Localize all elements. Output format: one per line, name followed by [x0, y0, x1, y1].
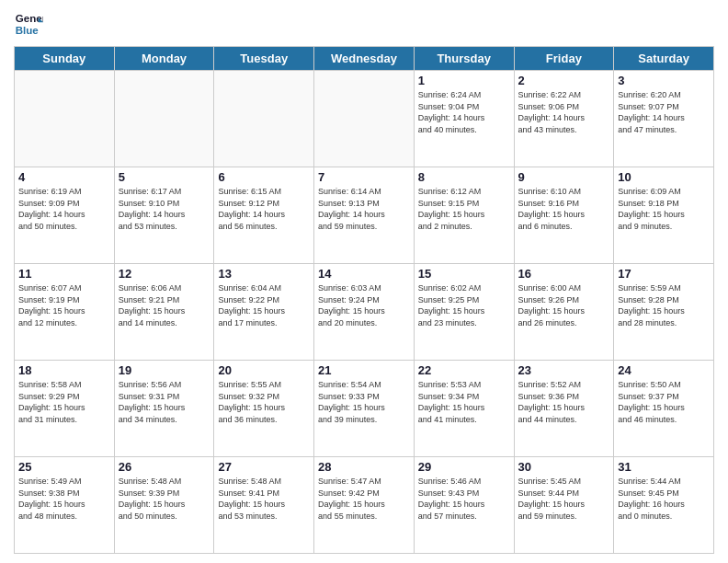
- day-info: Sunrise: 6:24 AM Sunset: 9:04 PM Dayligh…: [418, 89, 510, 135]
- day-info: Sunrise: 6:19 AM Sunset: 9:09 PM Dayligh…: [18, 186, 110, 232]
- day-number: 28: [318, 460, 410, 474]
- day-number: 1: [418, 74, 510, 87]
- calendar-cell: [214, 71, 314, 167]
- calendar-cell: 9Sunrise: 6:10 AM Sunset: 9:16 PM Daylig…: [514, 167, 614, 264]
- calendar-table: SundayMondayTuesdayWednesdayThursdayFrid…: [14, 46, 714, 554]
- day-number: 7: [318, 170, 410, 184]
- day-info: Sunrise: 5:58 AM Sunset: 9:29 PM Dayligh…: [18, 379, 110, 425]
- day-number: 5: [119, 170, 210, 184]
- day-number: 10: [618, 170, 710, 184]
- calendar-cell: 15Sunrise: 6:02 AM Sunset: 9:25 PM Dayli…: [414, 264, 514, 361]
- day-header-wednesday: Wednesday: [314, 47, 415, 71]
- day-number: 25: [18, 460, 110, 474]
- day-number: 4: [18, 170, 110, 184]
- page-header: General Blue: [14, 9, 714, 39]
- calendar-cell: 26Sunrise: 5:48 AM Sunset: 9:39 PM Dayli…: [114, 457, 214, 554]
- day-number: 22: [418, 363, 510, 377]
- day-info: Sunrise: 5:56 AM Sunset: 9:31 PM Dayligh…: [119, 379, 210, 425]
- calendar-week-1: 1Sunrise: 6:24 AM Sunset: 9:04 PM Daylig…: [15, 71, 714, 167]
- day-info: Sunrise: 5:49 AM Sunset: 9:38 PM Dayligh…: [18, 476, 110, 522]
- calendar-cell: 7Sunrise: 6:14 AM Sunset: 9:13 PM Daylig…: [314, 167, 415, 264]
- day-info: Sunrise: 5:48 AM Sunset: 9:39 PM Dayligh…: [119, 476, 210, 522]
- day-header-saturday: Saturday: [614, 47, 714, 71]
- calendar-cell: [114, 71, 214, 167]
- day-number: 17: [618, 267, 710, 281]
- day-info: Sunrise: 5:44 AM Sunset: 9:45 PM Dayligh…: [618, 476, 710, 522]
- day-header-monday: Monday: [114, 47, 214, 71]
- day-number: 14: [318, 267, 410, 281]
- day-info: Sunrise: 6:14 AM Sunset: 9:13 PM Dayligh…: [318, 186, 410, 232]
- day-number: 9: [518, 170, 610, 184]
- calendar-cell: 2Sunrise: 6:22 AM Sunset: 9:06 PM Daylig…: [514, 71, 614, 167]
- calendar-cell: 14Sunrise: 6:03 AM Sunset: 9:24 PM Dayli…: [314, 264, 415, 361]
- day-info: Sunrise: 6:12 AM Sunset: 9:15 PM Dayligh…: [418, 186, 510, 232]
- day-info: Sunrise: 5:54 AM Sunset: 9:33 PM Dayligh…: [318, 379, 410, 425]
- calendar-cell: 23Sunrise: 5:52 AM Sunset: 9:36 PM Dayli…: [514, 361, 614, 457]
- calendar-cell: 24Sunrise: 5:50 AM Sunset: 9:37 PM Dayli…: [614, 361, 714, 457]
- calendar-cell: [15, 71, 115, 167]
- day-number: 24: [618, 363, 710, 377]
- calendar-cell: 18Sunrise: 5:58 AM Sunset: 9:29 PM Dayli…: [15, 361, 115, 457]
- calendar-cell: 16Sunrise: 6:00 AM Sunset: 9:26 PM Dayli…: [514, 264, 614, 361]
- calendar-cell: 3Sunrise: 6:20 AM Sunset: 9:07 PM Daylig…: [614, 71, 714, 167]
- day-info: Sunrise: 5:53 AM Sunset: 9:34 PM Dayligh…: [418, 379, 510, 425]
- day-info: Sunrise: 6:09 AM Sunset: 9:18 PM Dayligh…: [618, 186, 710, 232]
- day-info: Sunrise: 5:45 AM Sunset: 9:44 PM Dayligh…: [518, 476, 610, 522]
- day-info: Sunrise: 6:04 AM Sunset: 9:22 PM Dayligh…: [218, 282, 310, 328]
- calendar-header: SundayMondayTuesdayWednesdayThursdayFrid…: [15, 47, 714, 71]
- days-header-row: SundayMondayTuesdayWednesdayThursdayFrid…: [15, 47, 714, 71]
- calendar-cell: 25Sunrise: 5:49 AM Sunset: 9:38 PM Dayli…: [15, 457, 115, 554]
- day-number: 6: [218, 170, 310, 184]
- day-number: 13: [218, 267, 310, 281]
- calendar-cell: 27Sunrise: 5:48 AM Sunset: 9:41 PM Dayli…: [214, 457, 314, 554]
- day-number: 19: [119, 363, 210, 377]
- day-number: 20: [218, 363, 310, 377]
- calendar-cell: 11Sunrise: 6:07 AM Sunset: 9:19 PM Dayli…: [15, 264, 115, 361]
- day-info: Sunrise: 6:15 AM Sunset: 9:12 PM Dayligh…: [218, 186, 310, 232]
- day-number: 18: [18, 363, 110, 377]
- day-number: 3: [618, 74, 710, 87]
- day-number: 11: [18, 267, 110, 281]
- day-number: 15: [418, 267, 510, 281]
- day-number: 30: [518, 460, 610, 474]
- day-info: Sunrise: 6:07 AM Sunset: 9:19 PM Dayligh…: [18, 282, 110, 328]
- calendar-cell: 10Sunrise: 6:09 AM Sunset: 9:18 PM Dayli…: [614, 167, 714, 264]
- day-info: Sunrise: 6:10 AM Sunset: 9:16 PM Dayligh…: [518, 186, 610, 232]
- day-number: 16: [518, 267, 610, 281]
- calendar-cell: 6Sunrise: 6:15 AM Sunset: 9:12 PM Daylig…: [214, 167, 314, 264]
- day-info: Sunrise: 5:46 AM Sunset: 9:43 PM Dayligh…: [418, 476, 510, 522]
- calendar-cell: 13Sunrise: 6:04 AM Sunset: 9:22 PM Dayli…: [214, 264, 314, 361]
- day-number: 27: [218, 460, 310, 474]
- day-number: 31: [618, 460, 710, 474]
- calendar-cell: 19Sunrise: 5:56 AM Sunset: 9:31 PM Dayli…: [114, 361, 214, 457]
- day-info: Sunrise: 5:52 AM Sunset: 9:36 PM Dayligh…: [518, 379, 610, 425]
- day-info: Sunrise: 5:55 AM Sunset: 9:32 PM Dayligh…: [218, 379, 310, 425]
- calendar-cell: 5Sunrise: 6:17 AM Sunset: 9:10 PM Daylig…: [114, 167, 214, 264]
- calendar-cell: 22Sunrise: 5:53 AM Sunset: 9:34 PM Dayli…: [414, 361, 514, 457]
- calendar-cell: 31Sunrise: 5:44 AM Sunset: 9:45 PM Dayli…: [614, 457, 714, 554]
- day-info: Sunrise: 6:06 AM Sunset: 9:21 PM Dayligh…: [119, 282, 210, 328]
- calendar-cell: 30Sunrise: 5:45 AM Sunset: 9:44 PM Dayli…: [514, 457, 614, 554]
- calendar-cell: 29Sunrise: 5:46 AM Sunset: 9:43 PM Dayli…: [414, 457, 514, 554]
- logo: General Blue: [14, 9, 47, 39]
- day-info: Sunrise: 6:20 AM Sunset: 9:07 PM Dayligh…: [618, 89, 710, 135]
- calendar-cell: 4Sunrise: 6:19 AM Sunset: 9:09 PM Daylig…: [15, 167, 115, 264]
- calendar-cell: 28Sunrise: 5:47 AM Sunset: 9:42 PM Dayli…: [314, 457, 415, 554]
- calendar-cell: 21Sunrise: 5:54 AM Sunset: 9:33 PM Dayli…: [314, 361, 415, 457]
- day-info: Sunrise: 6:02 AM Sunset: 9:25 PM Dayligh…: [418, 282, 510, 328]
- day-number: 26: [119, 460, 210, 474]
- day-info: Sunrise: 6:03 AM Sunset: 9:24 PM Dayligh…: [318, 282, 410, 328]
- calendar-cell: 8Sunrise: 6:12 AM Sunset: 9:15 PM Daylig…: [414, 167, 514, 264]
- calendar-page: General Blue SundayMondayTuesdayWednesda…: [0, 0, 728, 563]
- calendar-cell: 20Sunrise: 5:55 AM Sunset: 9:32 PM Dayli…: [214, 361, 314, 457]
- day-info: Sunrise: 6:17 AM Sunset: 9:10 PM Dayligh…: [119, 186, 210, 232]
- day-header-tuesday: Tuesday: [214, 47, 314, 71]
- calendar-week-2: 4Sunrise: 6:19 AM Sunset: 9:09 PM Daylig…: [15, 167, 714, 264]
- logo-icon: General Blue: [14, 9, 43, 39]
- calendar-cell: 1Sunrise: 6:24 AM Sunset: 9:04 PM Daylig…: [414, 71, 514, 167]
- day-info: Sunrise: 5:59 AM Sunset: 9:28 PM Dayligh…: [618, 282, 710, 328]
- day-number: 8: [418, 170, 510, 184]
- calendar-cell: [314, 71, 415, 167]
- day-number: 12: [119, 267, 210, 281]
- day-info: Sunrise: 6:22 AM Sunset: 9:06 PM Dayligh…: [518, 89, 610, 135]
